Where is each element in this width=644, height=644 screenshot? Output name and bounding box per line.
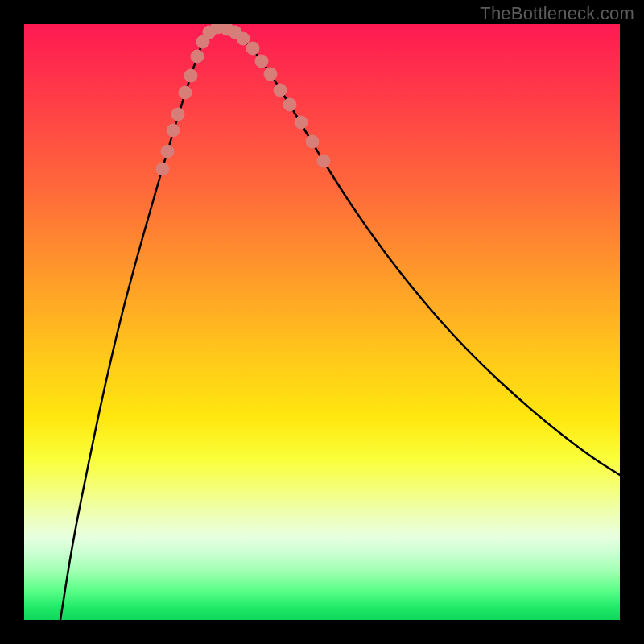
highlight-dot — [237, 32, 250, 45]
highlight-dot — [295, 116, 308, 129]
highlight-dot — [161, 145, 174, 158]
highlight-dot — [179, 86, 192, 99]
chart-frame: TheBottleneck.com — [0, 0, 644, 644]
highlight-dot — [317, 155, 330, 167]
highlight-dot — [184, 69, 197, 82]
watermark-text: TheBottleneck.com — [480, 3, 634, 24]
highlight-dot — [255, 55, 268, 68]
bottleneck-curve — [60, 27, 620, 620]
highlight-dot — [156, 163, 169, 175]
highlight-dot — [246, 42, 259, 55]
plot-area — [24, 24, 620, 620]
highlight-dot — [306, 135, 319, 148]
highlight-dot — [274, 84, 287, 97]
highlight-dot — [191, 50, 204, 63]
highlight-dot — [283, 98, 296, 111]
curve-svg — [24, 24, 620, 620]
highlight-dot — [264, 68, 277, 80]
highlight-dot — [171, 108, 184, 121]
highlight-dot — [167, 124, 180, 137]
